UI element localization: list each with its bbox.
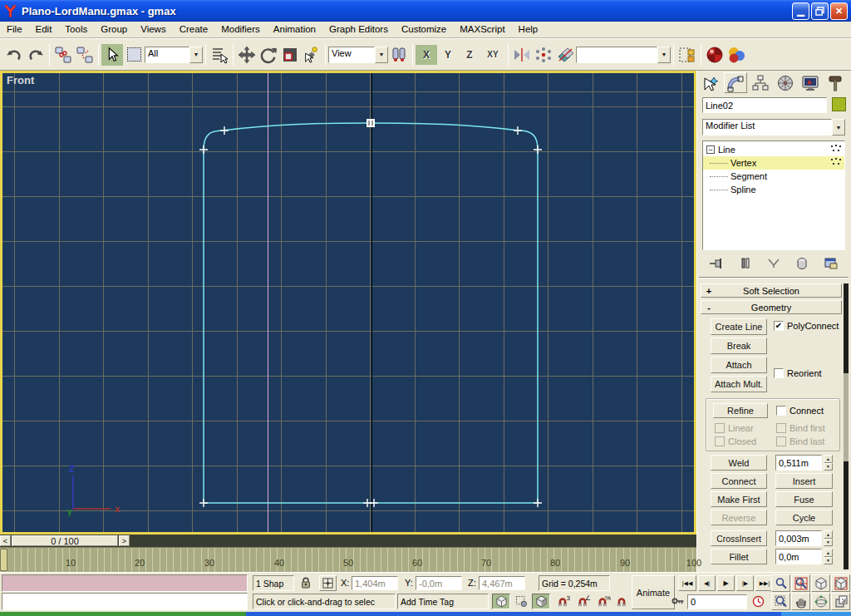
- remove-modifier-button[interactable]: [792, 255, 812, 272]
- mirror-button[interactable]: [511, 44, 533, 66]
- y-coordinate-field[interactable]: -0,0m: [416, 576, 462, 590]
- tab-modify[interactable]: [724, 72, 747, 93]
- zoom-extents-button[interactable]: [811, 574, 830, 592]
- key-mode-toggle[interactable]: [671, 595, 685, 609]
- tab-hierarchy[interactable]: [749, 72, 772, 93]
- material-editor-button[interactable]: [704, 44, 726, 66]
- pin-stack-button[interactable]: [706, 255, 726, 272]
- next-frame-button[interactable]: |▶: [736, 575, 754, 591]
- cross-insert-field[interactable]: 0,003m: [775, 530, 822, 546]
- scrollbar-thumb[interactable]: [844, 373, 849, 461]
- modifier-list-dropdown[interactable]: Modifier List ▼: [702, 119, 845, 136]
- stack-item-line[interactable]: − Line: [703, 143, 844, 156]
- make-first-button[interactable]: Make First: [711, 491, 767, 507]
- x-coordinate-field[interactable]: 1,404m: [352, 576, 398, 590]
- region-zoom-button[interactable]: [771, 593, 790, 610]
- zoom-all-button[interactable]: [791, 574, 810, 592]
- linear-checkbox[interactable]: Linear: [715, 423, 754, 433]
- spinner-snap-toggle-button[interactable]: [613, 594, 630, 609]
- time-slider-prev-button[interactable]: <: [0, 535, 11, 546]
- spinner-up-icon[interactable]: ▲: [824, 530, 833, 539]
- menu-create[interactable]: Create: [173, 22, 215, 37]
- align-button[interactable]: [554, 44, 576, 66]
- arc-rotate-button[interactable]: [811, 593, 830, 610]
- taskbar-start-segment[interactable]: [0, 612, 246, 616]
- current-frame-field[interactable]: 0: [687, 594, 747, 609]
- angle-snap-3-button[interactable]: 3: [553, 594, 572, 609]
- snap-toggle-button[interactable]: [492, 594, 510, 609]
- selection-lock-toggle[interactable]: [299, 576, 312, 591]
- show-end-result-button[interactable]: [735, 255, 755, 272]
- undo-button[interactable]: [3, 44, 25, 66]
- menu-modifiers[interactable]: Modifiers: [214, 22, 267, 37]
- minimize-button[interactable]: ▁: [792, 2, 809, 20]
- menu-edit[interactable]: Edit: [29, 22, 59, 37]
- attach-mult-button[interactable]: Attach Mult.: [711, 376, 767, 392]
- weld-threshold-spinner[interactable]: ▲ ▼: [824, 455, 833, 471]
- close-button[interactable]: ✕: [830, 2, 848, 20]
- spinner-down-icon[interactable]: ▼: [824, 539, 833, 547]
- select-and-scale-button[interactable]: [279, 44, 301, 66]
- bind-first-checkbox[interactable]: Bind first: [776, 423, 825, 433]
- play-button[interactable]: ▶: [717, 575, 735, 591]
- redo-button[interactable]: [25, 44, 47, 66]
- add-time-tag[interactable]: Add Time Tag: [397, 594, 489, 609]
- bind-last-checkbox[interactable]: Bind last: [776, 436, 824, 446]
- selection-region-button[interactable]: [123, 44, 145, 66]
- weld-threshold-field[interactable]: 0,511m: [775, 455, 822, 471]
- break-button[interactable]: Break: [711, 338, 767, 354]
- rollout-geometry[interactable]: - Geometry: [701, 300, 842, 314]
- tab-display[interactable]: [799, 72, 822, 93]
- select-object-button[interactable]: [101, 44, 123, 66]
- previous-frame-button[interactable]: ◀|: [698, 575, 716, 591]
- time-configuration-button[interactable]: [750, 594, 766, 609]
- percent-snap-button[interactable]: %: [593, 594, 612, 609]
- cross-insert-button[interactable]: CrossInsert: [711, 530, 767, 546]
- use-pivot-point-center-button[interactable]: [388, 44, 410, 66]
- windows-taskbar-strip[interactable]: [0, 612, 851, 616]
- menu-group[interactable]: Group: [94, 22, 134, 37]
- cross-insert-spinner[interactable]: ▲ ▼: [824, 530, 833, 546]
- insert-button[interactable]: Insert: [775, 473, 833, 489]
- restrict-to-xy-plane-button[interactable]: XY: [480, 45, 505, 65]
- spinner-down-icon[interactable]: ▼: [824, 463, 833, 471]
- closed-checkbox[interactable]: Closed: [715, 436, 756, 446]
- restrict-to-z-button[interactable]: Z: [459, 45, 480, 65]
- restrict-to-x-button[interactable]: X: [416, 45, 437, 65]
- reference-coordinate-system-dropdown[interactable]: View ▼: [328, 47, 388, 63]
- render-button[interactable]: [726, 44, 747, 66]
- snap-mode-button[interactable]: [512, 594, 530, 609]
- cycle-button[interactable]: Cycle: [775, 510, 833, 525]
- object-name-field[interactable]: Line02: [702, 97, 827, 113]
- spinner-up-icon[interactable]: ▲: [824, 549, 833, 557]
- tab-utilities[interactable]: [824, 72, 847, 93]
- maximize-button[interactable]: [811, 2, 829, 20]
- refine-button[interactable]: Refine: [713, 403, 768, 418]
- select-and-link-button[interactable]: [52, 44, 74, 66]
- array-button[interactable]: [533, 44, 554, 66]
- viewport-front[interactable]: Z x Y Front: [0, 71, 696, 535]
- spinner-up-icon[interactable]: ▲: [824, 455, 833, 463]
- fillet-spinner[interactable]: ▲ ▼: [824, 549, 833, 564]
- rollout-scrollbar[interactable]: [844, 283, 849, 569]
- selection-filter-dropdown[interactable]: All ▼: [145, 47, 203, 63]
- stack-item-spline[interactable]: Spline: [703, 183, 844, 196]
- reorient-checkbox[interactable]: Reorient: [774, 368, 822, 378]
- unlink-selection-button[interactable]: [74, 44, 96, 66]
- menu-maxscript[interactable]: MAXScript: [453, 22, 511, 37]
- stack-item-segment[interactable]: Segment: [703, 170, 844, 183]
- create-line-button[interactable]: Create Line: [711, 318, 767, 335]
- track-bar-frame-handle[interactable]: [0, 549, 7, 571]
- pan-button[interactable]: [791, 593, 810, 610]
- go-to-start-button[interactable]: |◀◀: [678, 575, 696, 591]
- menu-views[interactable]: Views: [134, 22, 172, 37]
- restrict-to-y-button[interactable]: Y: [437, 45, 459, 65]
- fillet-field[interactable]: 0,0m: [775, 549, 822, 564]
- track-view-button[interactable]: [676, 44, 698, 66]
- menu-customize[interactable]: Customize: [395, 22, 453, 37]
- tab-create[interactable]: [699, 72, 722, 93]
- menu-graph-editors[interactable]: Graph Editors: [322, 22, 395, 37]
- animate-button[interactable]: Animate: [632, 575, 675, 609]
- fillet-button[interactable]: Fillet: [711, 549, 767, 564]
- zoom-extents-all-button[interactable]: [831, 574, 850, 592]
